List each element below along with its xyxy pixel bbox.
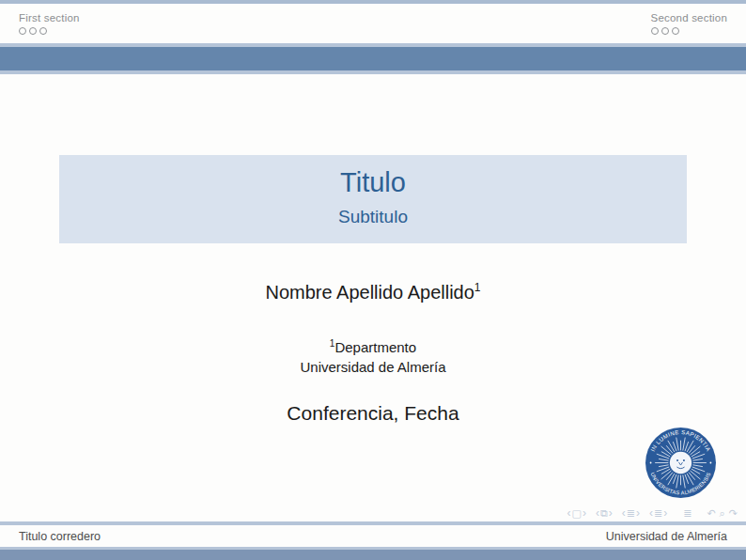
author-affiliation-mark: 1 bbox=[474, 281, 481, 294]
beamer-title-slide: First section Second section Titulo Subt… bbox=[0, 0, 746, 560]
nav-forward-icon[interactable]: ↷ bbox=[729, 506, 738, 520]
slide-dots-first bbox=[19, 27, 80, 35]
header-band bbox=[0, 47, 746, 70]
footer-short-title: Titulo corredero bbox=[19, 530, 101, 543]
section-nav-second: Second section bbox=[651, 12, 727, 35]
bottom-accent-bar bbox=[0, 550, 746, 560]
section-header: First section Second section bbox=[0, 4, 746, 43]
seal-sun bbox=[670, 452, 692, 474]
institute-department: Departmento bbox=[334, 339, 416, 355]
footer-institution: Universidad de Almería bbox=[606, 530, 727, 543]
nav-next-section-icon[interactable]: › bbox=[662, 506, 668, 520]
nav-slide-icon[interactable]: ▢ bbox=[571, 506, 581, 520]
separator-line bbox=[0, 70, 746, 74]
title-box: Titulo Subtitulo bbox=[59, 155, 687, 243]
institute-university: Universidad de Almería bbox=[0, 359, 746, 375]
slide-dot[interactable] bbox=[29, 27, 37, 35]
nav-appendix-icon[interactable]: ≣ bbox=[683, 506, 692, 520]
institute-department-line: 1Departmento bbox=[0, 338, 746, 355]
navigation-bar: ‹ ▢ › ‹ ⧉ › ‹ ≣ › ‹ ≣ › ≣ ↶ ⌕ ↷ bbox=[566, 506, 738, 520]
slide-subtitle: Subtitulo bbox=[59, 207, 687, 227]
slide-dots-second bbox=[651, 27, 727, 35]
section-nav-first: First section bbox=[19, 12, 80, 35]
nav-back-icon[interactable]: ↶ bbox=[707, 506, 715, 520]
nav-frame-icon[interactable]: ⧉ bbox=[600, 506, 608, 520]
footer: Titulo corredero Universidad de Almería bbox=[0, 525, 746, 547]
slide-dot[interactable] bbox=[39, 27, 47, 35]
nav-next-subsection-icon[interactable]: › bbox=[635, 506, 641, 520]
seal-separator-dot bbox=[650, 462, 652, 464]
nav-find-icon[interactable]: ⌕ bbox=[720, 506, 725, 520]
section-link-second[interactable]: Second section bbox=[651, 12, 727, 23]
university-seal: IN LUMINE SAPIENTIA UNIVERSITAS ALMERIEN… bbox=[645, 427, 717, 499]
section-link-first[interactable]: First section bbox=[19, 12, 80, 23]
slide-dot[interactable] bbox=[651, 27, 659, 35]
slide-dot[interactable] bbox=[672, 27, 679, 35]
nav-next-frame-icon[interactable]: › bbox=[608, 506, 614, 520]
nav-subsection-icon[interactable]: ≣ bbox=[627, 506, 635, 520]
seal-separator-dot bbox=[710, 462, 712, 464]
nav-next-slide-icon[interactable]: › bbox=[582, 506, 587, 520]
author-name: Nombre Apellido Apellido bbox=[265, 282, 474, 303]
author-line: Nombre Apellido Apellido1 bbox=[0, 281, 746, 303]
slide-dot[interactable] bbox=[661, 27, 669, 35]
slide-title: Titulo bbox=[59, 166, 687, 199]
slide-dot[interactable] bbox=[19, 27, 26, 35]
talk-date: Conferencia, Fecha bbox=[0, 402, 746, 425]
nav-section-icon[interactable]: ≣ bbox=[654, 506, 662, 520]
